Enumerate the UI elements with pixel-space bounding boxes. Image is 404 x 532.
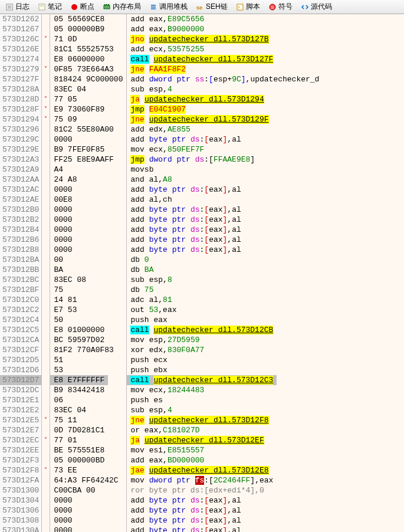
bytes[interactable]: 75 09	[50, 114, 80, 124]
address[interactable]: 573D12BC	[0, 275, 41, 285]
disassembly[interactable]: jne updatechecker_dll.573D129F	[127, 114, 272, 124]
bytes[interactable]: 64:A3 FF64242C	[50, 475, 121, 485]
address[interactable]: 573D126C	[0, 34, 41, 44]
bytes[interactable]: 0000	[50, 225, 75, 235]
address[interactable]: 573D12EC	[0, 435, 41, 445]
bytes[interactable]: 77 05	[50, 94, 80, 104]
disassembly[interactable]: call updatechecker_dll.573D12C3	[127, 375, 277, 385]
disassembly[interactable]: add eax,BD000000	[127, 455, 208, 465]
disassembly[interactable]: add byte ptr ds:[eax],al	[127, 505, 244, 515]
bytes[interactable]: 53	[50, 365, 67, 375]
address[interactable]: 573D12B4	[0, 225, 41, 235]
address[interactable]: 573D12B6	[0, 235, 41, 245]
bytes[interactable]: BE 575551E8	[50, 445, 108, 455]
disassembly[interactable]: out 53,eax	[127, 305, 180, 315]
bytes[interactable]: 06	[50, 395, 67, 405]
bytes[interactable]: 0000	[50, 505, 75, 515]
disassembly[interactable]: sub esp,4	[127, 84, 175, 94]
address[interactable]: 573D12C2	[0, 305, 41, 315]
bytes[interactable]: 81C2 55E80A00	[50, 124, 117, 134]
tab-script[interactable]: 脚本	[232, 1, 264, 14]
disassembly[interactable]: mov ecx,18244483	[127, 385, 208, 395]
disassembly[interactable]: add byte ptr ds:[eax],al	[127, 185, 244, 195]
address[interactable]: 573D12A9	[0, 165, 41, 175]
address[interactable]: 573D12B2	[0, 215, 41, 225]
disassembly[interactable]: add byte ptr ds:[eax],al	[127, 526, 244, 532]
address[interactable]: 573D12E1	[0, 395, 41, 405]
disassembly[interactable]: sub esp,8	[127, 275, 175, 285]
bytes[interactable]: 0000	[50, 205, 75, 215]
disassembly[interactable]: adc al,81	[127, 295, 175, 305]
address[interactable]: 573D12C5	[0, 325, 41, 335]
bytes[interactable]: 0000	[50, 245, 75, 255]
disassembly[interactable]: mov esp,27D5959	[127, 335, 203, 345]
address[interactable]: 573D1262	[0, 14, 41, 24]
disassembly[interactable]: add byte ptr ds:[eax],al	[127, 245, 244, 255]
bytes[interactable]: 83EC 08	[50, 275, 90, 285]
disassembly[interactable]: add byte ptr ds:[eax],al	[127, 134, 244, 145]
address[interactable]: 573D129E	[0, 145, 41, 155]
bytes[interactable]: 83EC 04	[50, 405, 90, 415]
disassembly[interactable]: xor edx,830F0A77	[127, 345, 208, 355]
disassembly[interactable]: ror byte ptr ds:[edx+edi*4],0	[127, 485, 267, 495]
address[interactable]: 573D12DC	[0, 385, 41, 395]
address[interactable]: 573D12BF	[0, 285, 41, 295]
bytes[interactable]: 81F2 770A0F83	[50, 345, 117, 355]
tab-callstack[interactable]: 调用堆栈	[145, 1, 192, 14]
tab-symbols[interactable]: S符号	[264, 1, 297, 14]
address[interactable]: 573D12CF	[0, 345, 41, 355]
address[interactable]: 573D1296	[0, 124, 41, 134]
address[interactable]: 573D12AE	[0, 195, 41, 205]
disassembly[interactable]: add byte ptr ds:[eax],al	[127, 495, 244, 505]
bytes[interactable]: E9 73060F89	[50, 104, 108, 114]
disassembly[interactable]: add al,ch	[127, 195, 175, 205]
address[interactable]: 573D12FA	[0, 475, 41, 485]
address[interactable]: 573D12B8	[0, 245, 41, 255]
bytes[interactable]: 05 000000B9	[50, 24, 108, 34]
address[interactable]: 573D1306	[0, 505, 41, 515]
address[interactable]: 573D12C0	[0, 295, 41, 305]
disassembly[interactable]: jae updatechecker_dll.573D12E8	[127, 465, 272, 475]
address[interactable]: 573D127F	[0, 74, 41, 84]
address[interactable]: 573D1279	[0, 64, 41, 74]
address[interactable]: 573D1300	[0, 485, 41, 495]
tab-seh[interactable]: seSEH链	[192, 1, 232, 14]
disassembly[interactable]: jne FAA1F8F2	[127, 64, 189, 74]
bytes[interactable]: 0000	[50, 526, 75, 532]
address[interactable]: 573D1308	[0, 515, 41, 526]
disassembly[interactable]: ja updatechecker_dll.573D12EF	[127, 435, 267, 445]
address[interactable]: 573D12D5	[0, 355, 41, 365]
bytes[interactable]: 0F85 73E664A3	[50, 64, 117, 74]
address[interactable]: 573D128F	[0, 104, 41, 114]
bytes[interactable]: 0000	[50, 134, 75, 145]
address[interactable]: 573D12E5	[0, 415, 41, 425]
bytes[interactable]: C00CBA 00	[50, 485, 98, 495]
disassembly[interactable]: add byte ptr ds:[eax],al	[127, 235, 244, 245]
disassembly[interactable]: db 0	[127, 255, 152, 265]
disassembly[interactable]: call updatechecker_dll.573D12CB	[127, 325, 277, 335]
address[interactable]: 573D12BB	[0, 265, 41, 275]
bytes[interactable]: 00E8	[50, 195, 75, 205]
bytes[interactable]: 05 56569CE8	[50, 14, 108, 24]
address[interactable]: 573D126E	[0, 44, 41, 54]
address[interactable]: 573D12B0	[0, 205, 41, 215]
disassembly[interactable]: jne updatechecker_dll.573D12F8	[127, 415, 272, 425]
address[interactable]: 573D129C	[0, 134, 41, 145]
address[interactable]: 573D1274	[0, 54, 41, 64]
address[interactable]: 573D12D6	[0, 365, 41, 375]
address[interactable]: 573D12AC	[0, 185, 41, 195]
disassembly[interactable]: add eax,E89C5656	[127, 14, 208, 24]
disassembly[interactable]: jmp dword ptr ds:[FFAAE9E8]	[127, 155, 258, 165]
address[interactable]: 573D12F8	[0, 465, 41, 475]
disassembly[interactable]: ja updatechecker_dll.573D1294	[127, 94, 267, 104]
disassembly[interactable]: add byte ptr ds:[eax],al	[127, 215, 244, 225]
disassembly[interactable]: add byte ptr ds:[eax],al	[127, 225, 244, 235]
disassembly[interactable]: sub esp,4	[127, 405, 175, 415]
disassembly[interactable]: jno updatechecker_dll.573D127B	[127, 34, 272, 44]
address[interactable]: 573D128A	[0, 84, 41, 94]
bytes[interactable]: 51	[50, 355, 67, 365]
address[interactable]: 573D12CA	[0, 335, 41, 345]
disassembly[interactable]: mov ecx,850FEF7F	[127, 145, 208, 155]
disassembly[interactable]: add byte ptr ds:[eax],al	[127, 205, 244, 215]
bytes[interactable]: 71 0D	[50, 34, 80, 44]
